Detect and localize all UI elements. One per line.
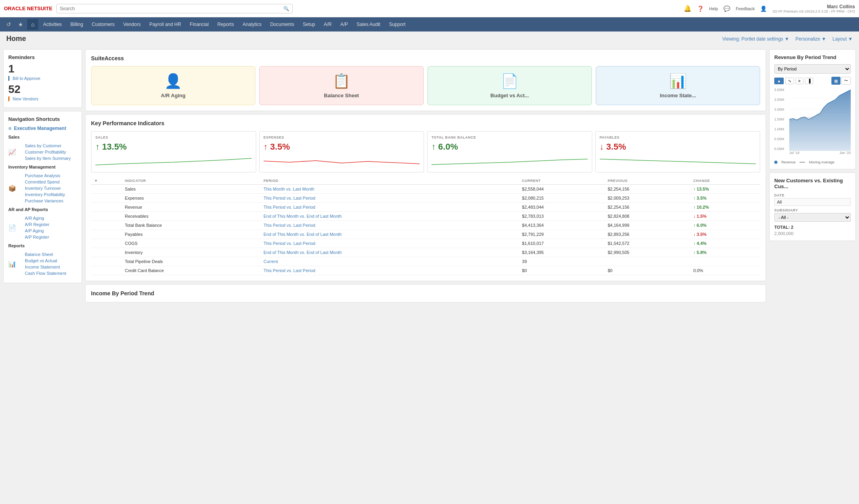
search-bar[interactable]: 🔍: [56, 4, 293, 13]
portlet-date-settings[interactable]: Viewing: Portlet date settings ▼: [722, 36, 789, 42]
balance-sheet-link[interactable]: Balance Sheet: [19, 251, 66, 258]
nav-setup[interactable]: Setup: [299, 19, 319, 30]
row-indicator: Receivables: [122, 212, 260, 221]
notification-icon[interactable]: 🔔: [684, 5, 692, 12]
budget-vs-actual-link[interactable]: Budget vs Actual: [19, 258, 66, 264]
kpi-expenses-label: EXPENSES: [264, 135, 420, 139]
income-statement-link[interactable]: Income Statement: [19, 264, 66, 270]
inventory-turnover-link[interactable]: Inventory Turnover: [19, 185, 65, 191]
row-change: ↑ 10.2%: [690, 203, 760, 212]
bill-to-approve-link[interactable]: Bill to Approve: [8, 76, 77, 81]
sales-by-item-link[interactable]: Sales by Item Summary: [19, 155, 71, 161]
row-period[interactable]: This Period vs. Last Period: [260, 203, 519, 212]
row-check: [91, 194, 122, 203]
purchase-analysis-link[interactable]: Purchase Analysis: [19, 172, 65, 179]
nav-documents[interactable]: Documents: [266, 19, 298, 30]
chart-btn-area[interactable]: ▲: [774, 78, 784, 84]
chart-btn-line[interactable]: ∿: [785, 78, 794, 84]
ar-register-link[interactable]: A/R Register: [19, 221, 49, 228]
arap-section-label: AR and AP Reports: [8, 207, 77, 212]
kpi-table-row: Payables End of This Month vs. End of La…: [91, 230, 760, 239]
row-period[interactable]: This Period vs. Last Period: [260, 221, 519, 230]
nav-financial[interactable]: Financial: [186, 19, 213, 30]
help-icon[interactable]: ❓: [697, 6, 704, 12]
ar-aging-link[interactable]: A/R Aging: [19, 215, 49, 221]
personalize-btn[interactable]: Personalize ▼: [796, 36, 826, 42]
budget-label: Budget vs Act...: [491, 93, 529, 98]
home-icon[interactable]: ⌂: [27, 19, 38, 30]
user-details: SS FF Premium US v2019.2.0 3.25 - FF PRM…: [772, 9, 855, 13]
arap-icon: 📄: [8, 224, 16, 232]
nav-activities[interactable]: Activities: [39, 19, 65, 30]
committed-spend-link[interactable]: Committed Spend: [19, 179, 65, 185]
user-icon[interactable]: 👤: [760, 6, 767, 12]
row-period[interactable]: This Period vs. Last Period: [260, 239, 519, 248]
help-label[interactable]: Help: [709, 6, 718, 11]
suite-access-title: SuiteAccess: [91, 55, 760, 61]
inventory-profitability-link[interactable]: Inventory Profitability: [19, 191, 65, 198]
suite-tile-balance-sheet[interactable]: 📋 Balance Sheet: [259, 66, 424, 105]
kpi-tile-expenses: EXPENSES ↑ 3.5%: [259, 131, 424, 172]
total-value: 2,000,000: [774, 231, 851, 236]
search-icon[interactable]: 🔍: [283, 6, 289, 11]
search-input[interactable]: [60, 6, 283, 11]
sales-group: 📈 Sales by Customer Customer Profitabili…: [8, 143, 77, 161]
row-previous: $1,542,572: [604, 239, 690, 248]
user-info: Marc Collins SS FF Premium US v2019.2.0 …: [772, 4, 855, 13]
date-field-label: DATE: [774, 193, 851, 197]
nav-sales-audit[interactable]: Sales Audit: [353, 19, 384, 30]
row-period[interactable]: This Period vs. Last Period: [260, 194, 519, 203]
new-vendors-link[interactable]: New Vendors: [8, 96, 77, 101]
chart-btn-column[interactable]: ▐: [805, 78, 813, 84]
suite-access-grid: 👤 A/R Aging 📋 Balance Sheet 📄 Budget vs …: [91, 66, 760, 105]
feedback-icon[interactable]: 💬: [723, 6, 730, 12]
nav-customers[interactable]: Customers: [88, 19, 119, 30]
kpi-tile-bank: TOTAL BANK BALANCE ↑ 6.0%: [427, 131, 592, 172]
income-card: Income By Period Trend: [85, 284, 766, 302]
row-indicator: Payables: [122, 230, 260, 239]
chart-btn-bar[interactable]: ≡: [796, 78, 803, 84]
customer-profitability-link[interactable]: Customer Profitability: [19, 149, 71, 155]
row-period[interactable]: End of This Month vs. End of Last Month: [260, 212, 519, 221]
cash-flow-link[interactable]: Cash Flow Statement: [19, 270, 66, 276]
feedback-label[interactable]: Feedback: [736, 6, 755, 11]
nav-ap[interactable]: A/P: [337, 19, 352, 30]
ap-register-link[interactable]: A/P Register: [19, 234, 49, 240]
th-change: CHANGE: [690, 177, 760, 185]
nav-ar[interactable]: A/R: [320, 19, 336, 30]
chart-btn-view1[interactable]: ▦: [831, 77, 840, 85]
row-period[interactable]: This Period vs. Last Period: [260, 266, 519, 275]
nav-support[interactable]: Support: [385, 19, 409, 30]
nav-analytics[interactable]: Analytics: [239, 19, 266, 30]
suite-tile-budget[interactable]: 📄 Budget vs Act...: [428, 66, 592, 105]
row-period[interactable]: This Month vs. Last Month: [260, 185, 519, 194]
subsidiary-select[interactable]: - All -: [774, 213, 851, 222]
favorites-icon[interactable]: ★: [15, 19, 26, 30]
purchase-variances-link[interactable]: Purchase Variances: [19, 198, 65, 204]
period-select[interactable]: By Period: [774, 64, 851, 74]
layout-btn[interactable]: Layout ▼: [833, 36, 853, 42]
kpi-title: Key Performance Indicators: [91, 120, 760, 126]
row-period[interactable]: End of This Month vs. End of Last Month: [260, 230, 519, 239]
chart-btn-view2[interactable]: 〜: [841, 77, 851, 85]
row-period[interactable]: Current: [260, 257, 519, 266]
row-check: [91, 221, 122, 230]
nav-vendors[interactable]: Vendors: [119, 19, 145, 30]
suite-tile-income[interactable]: 📊 Income State...: [596, 66, 760, 105]
ap-aging-link[interactable]: A/P Aging: [19, 228, 49, 234]
row-change: [690, 257, 760, 266]
revenue-chart-area: 3.00M 2.50M 2.00M 1.50M 1.00M 0.50M 0.00…: [774, 88, 851, 159]
row-check: [91, 230, 122, 239]
back-icon[interactable]: ↺: [3, 19, 14, 30]
exec-management-link[interactable]: Executive Management: [14, 126, 66, 131]
nav-payroll[interactable]: Payroll and HR: [145, 19, 185, 30]
row-previous: $2,254,156: [604, 185, 690, 194]
suite-tile-ar-aging[interactable]: 👤 A/R Aging: [91, 66, 255, 105]
kpi-table-row: Expenses This Period vs. Last Period $2,…: [91, 194, 760, 203]
row-change: 0.0%: [690, 266, 760, 275]
th-filter[interactable]: ▼: [91, 177, 122, 185]
nav-billing[interactable]: Billing: [67, 19, 87, 30]
nav-reports[interactable]: Reports: [214, 19, 238, 30]
row-period[interactable]: End of This Month vs. End of Last Month: [260, 248, 519, 257]
sales-by-customer-link[interactable]: Sales by Customer: [19, 143, 71, 149]
